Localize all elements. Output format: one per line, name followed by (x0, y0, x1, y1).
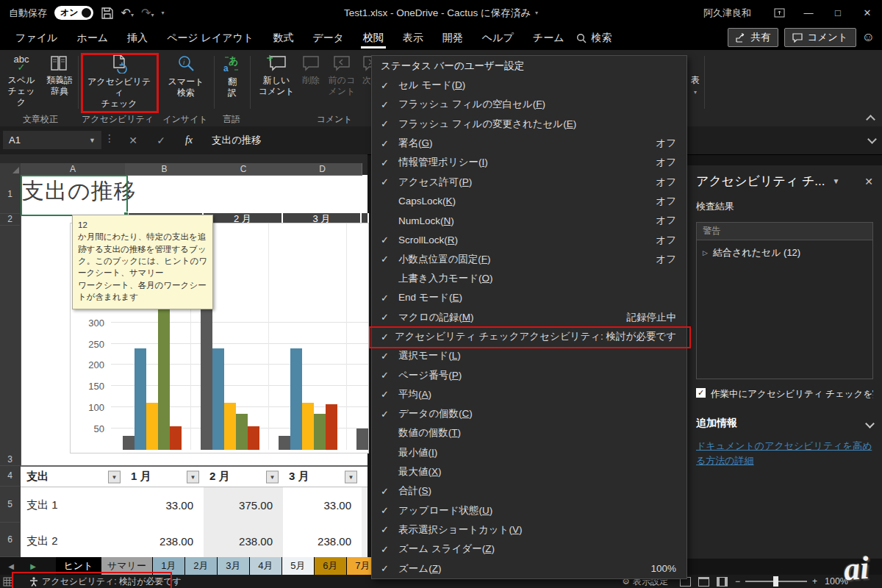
ribbon-tab-0[interactable]: ファイル (6, 26, 67, 50)
feedback-smiley-icon[interactable]: ☺ (862, 30, 875, 45)
status-menu-item-16[interactable]: ✓平均(A) (372, 385, 686, 404)
pane-menu-caret-icon[interactable]: ▼ (832, 177, 839, 185)
sheet-tab-6月[interactable]: 6月 (315, 557, 347, 575)
table-cell-0-2[interactable]: 375.00 (204, 487, 283, 523)
status-menu-item-14[interactable]: ✓選択モード(L) (372, 346, 686, 365)
confirm-entry-icon[interactable]: ✓ (150, 131, 172, 149)
autosave-toggle[interactable]: オン (54, 6, 93, 20)
user-name[interactable]: 阿久津良和 (703, 7, 751, 20)
expand-triangle-icon[interactable]: ▷ (703, 249, 708, 257)
table-cell-0-1[interactable]: 33.00 (125, 487, 204, 523)
status-menu-item-11[interactable]: ✓End モード(E) (372, 288, 686, 307)
status-menu-item-9[interactable]: ✓小数点位置の固定(F)オフ (372, 250, 686, 269)
status-menu-item-0[interactable]: ✓セル モード(D) (372, 76, 686, 95)
save-icon[interactable] (101, 7, 114, 20)
row-header-6[interactable]: 6 (0, 522, 20, 557)
status-menu-item-6[interactable]: CapsLock(K)オフ (372, 192, 686, 211)
name-box[interactable]: A1 ▼ (3, 131, 101, 149)
redo-icon[interactable]: ↷▾ (141, 7, 154, 19)
minimize-button[interactable]: — (794, 0, 823, 26)
column-header-C[interactable]: C (204, 163, 284, 176)
accessibility-status[interactable]: アクセシビリティ: 検討が必要です (29, 576, 182, 588)
partial-right-button[interactable]: 表 ▾ (686, 54, 704, 96)
formula-content[interactable]: 支出の推移 (212, 131, 262, 149)
status-menu-item-15[interactable]: ✓ページ番号(P) (372, 365, 686, 384)
pane-close-icon[interactable]: ✕ (864, 176, 873, 187)
ribbon-tab-6[interactable]: 校閲 (354, 26, 393, 50)
table-cell-0-3[interactable]: 33.00 (283, 487, 362, 523)
ribbon-tab-10[interactable]: チーム (523, 26, 574, 50)
comments-button[interactable]: コメント (784, 28, 856, 47)
warning-item-merged-cells[interactable]: ▷ 結合されたセル (12) (697, 240, 872, 265)
search-box[interactable]: 検索 (576, 32, 612, 45)
cancel-entry-icon[interactable]: ✕ (122, 131, 144, 149)
accessibility-check-button[interactable]: アクセシビリティ チェック (84, 54, 154, 110)
status-menu-item-20[interactable]: 最大値(X) (372, 462, 686, 481)
table-cell-1-3[interactable]: 238.00 (283, 523, 362, 559)
quick-access-more-icon[interactable]: ▾ (161, 10, 164, 16)
translate-button[interactable]: あa 翻 訳 (218, 54, 247, 98)
table-cell-1-1[interactable]: 238.00 (125, 523, 204, 559)
column-header-B[interactable]: B (125, 163, 204, 176)
table-cell-0-0[interactable]: 支出 1 (21, 487, 125, 523)
share-button[interactable]: 共有 (728, 28, 778, 47)
expand-formula-bar-icon[interactable] (867, 135, 877, 144)
select-all-corner[interactable] (0, 163, 21, 176)
collapse-ribbon-icon[interactable] (866, 115, 875, 124)
insert-function-icon[interactable]: fx (178, 131, 200, 149)
thesaurus-button[interactable]: 類義語 辞典 (42, 54, 77, 97)
smart-lookup-button[interactable]: i スマート 検索 (163, 54, 209, 98)
status-menu-item-3[interactable]: ✓署名(G)オフ (372, 134, 686, 153)
ribbon-tab-3[interactable]: ページ レイアウト (157, 26, 263, 50)
status-menu-item-4[interactable]: ✓情報管理ポリシー(I)オフ (372, 153, 686, 172)
ribbon-tab-2[interactable]: 挿入 (118, 26, 157, 50)
column-header-D[interactable]: D (283, 163, 362, 176)
table-cell-1-2[interactable]: 238.00 (204, 523, 283, 559)
filter-dropdown-icon[interactable]: ▼ (108, 470, 121, 483)
row-header-3[interactable]: 3 (0, 453, 20, 466)
ribbon-tab-9[interactable]: ヘルプ (473, 26, 523, 50)
sheet-tab-4月[interactable]: 4月 (250, 557, 282, 575)
close-button[interactable]: ✕ (853, 0, 882, 26)
filter-dropdown-icon[interactable]: ▼ (187, 470, 199, 483)
accessibility-help-link[interactable]: ドキュメントのアクセシビリティを高める方法の詳細 (696, 439, 874, 467)
ribbon-tab-1[interactable]: ホーム (67, 26, 118, 50)
formula-bar-grip-icon[interactable]: ⋮ (104, 132, 115, 144)
row-header-4[interactable]: 4 (0, 465, 20, 487)
maximize-button[interactable]: □ (823, 0, 853, 26)
zoom-slider[interactable]: − + (735, 576, 817, 587)
sheet-tab-ヒント[interactable]: ヒント (56, 557, 101, 575)
status-menu-item-18[interactable]: 数値の個数(T) (372, 423, 686, 442)
zoom-out-icon[interactable]: − (735, 576, 740, 587)
tab-scroll-left-icon[interactable]: ◀ (0, 557, 22, 575)
filter-dropdown-icon[interactable]: ▼ (266, 470, 279, 483)
page-layout-view-icon[interactable] (698, 577, 709, 587)
page-break-view-icon[interactable] (717, 577, 728, 587)
status-menu-item-2[interactable]: ✓フラッシュ フィルの変更されたセル(E) (372, 115, 686, 134)
delete-comment-button[interactable]: 削除 (297, 54, 325, 86)
sheet-tab-1月[interactable]: 1月 (153, 557, 185, 575)
more-info-section[interactable]: 追加情報 (696, 417, 873, 430)
new-comment-button[interactable]: 新しい コメント (257, 54, 295, 97)
status-menu-item-17[interactable]: ✓データの個数(C) (372, 404, 686, 423)
undo-icon[interactable]: ↶▾ (121, 7, 134, 19)
zoom-in-icon[interactable]: + (812, 576, 817, 587)
ribbon-tab-5[interactable]: データ (303, 26, 354, 50)
status-menu-item-21[interactable]: ✓合計(S) (372, 481, 686, 501)
expense-table[interactable]: 支出▼1 月▼2 月▼3 月▼支出 133.00375.0033.00支出 22… (21, 465, 368, 559)
table-cell-1-0[interactable]: 支出 2 (21, 523, 125, 559)
row-header-5[interactable]: 5 (0, 486, 20, 523)
status-menu-item-8[interactable]: ✓ScrollLock(R)オフ (372, 230, 686, 249)
ribbon-display-options-icon[interactable] (764, 0, 794, 26)
status-menu-item-1[interactable]: ✓フラッシュ フィルの空白セル(F) (372, 95, 686, 114)
status-menu-item-13[interactable]: ✓アクセシビリティ チェックアクセシビリティ: 検討が必要です (372, 327, 686, 346)
ribbon-tab-8[interactable]: 開発 (433, 26, 473, 50)
status-menu-item-5[interactable]: ✓アクセス許可(P)オフ (372, 172, 686, 191)
spell-check-button[interactable]: abc✓ スペル チェック (4, 54, 38, 108)
zoom-track[interactable] (745, 581, 807, 582)
sheet-tab-3月[interactable]: 3月 (218, 557, 250, 575)
sheet-tab-サマリー[interactable]: サマリー (101, 557, 153, 575)
row-header-2[interactable]: 2 (0, 213, 20, 226)
ribbon-tab-7[interactable]: 表示 (393, 26, 433, 50)
status-menu-item-12[interactable]: ✓マクロの記録(M)記録停止中 (372, 308, 686, 327)
